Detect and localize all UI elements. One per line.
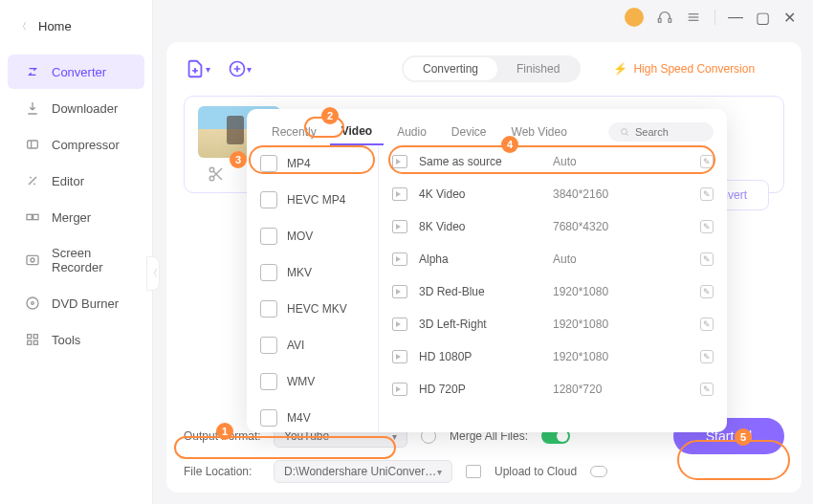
svg-rect-12 — [28, 335, 32, 339]
edit-icon[interactable]: ✎ — [700, 220, 714, 233]
svg-point-10 — [27, 297, 38, 309]
hamburger-icon[interactable] — [686, 10, 701, 25]
open-folder-icon[interactable] — [466, 465, 481, 478]
sidebar-collapse[interactable]: 〈 — [146, 256, 160, 291]
svg-rect-6 — [27, 214, 32, 219]
popup-search[interactable] — [608, 122, 714, 142]
dvd-icon — [25, 296, 40, 311]
high-speed-badge[interactable]: ⚡ High Speed Conversion — [613, 62, 755, 76]
edit-icon[interactable]: ✎ — [700, 318, 714, 331]
chevron-left-icon: 〈 — [17, 20, 27, 33]
format-popup: Recently Video Audio Device Web Video MP… — [247, 109, 727, 432]
headset-icon[interactable] — [657, 10, 672, 25]
file-location-select[interactable]: D:\Wondershare UniConverter 1▾ — [274, 460, 452, 483]
format-wmv[interactable]: WMV — [247, 363, 378, 400]
edit-icon[interactable]: ✎ — [700, 350, 714, 363]
edit-icon[interactable]: ✎ — [700, 383, 714, 396]
avatar[interactable] — [625, 8, 644, 27]
sidebar-item-tools[interactable]: Tools — [8, 322, 144, 357]
edit-icon[interactable]: ✎ — [700, 285, 714, 298]
add-folder-button[interactable]: ▾ — [226, 55, 253, 82]
callout-2: 2 — [321, 107, 339, 124]
tools-icon — [25, 332, 40, 347]
svg-rect-7 — [33, 214, 38, 219]
recorder-icon — [25, 252, 40, 268]
svg-rect-15 — [33, 340, 37, 344]
callout-1: 1 — [216, 423, 233, 440]
popup-tab-device[interactable]: Device — [440, 120, 498, 144]
svg-point-19 — [622, 129, 627, 135]
add-file-button[interactable]: ▾ — [184, 55, 210, 82]
sidebar-item-downloader[interactable]: Downloader — [8, 91, 144, 125]
sidebar-item-dvd-burner[interactable]: DVD Burner — [8, 286, 144, 320]
bolt-icon: ⚡ — [613, 62, 627, 76]
res-3d-left-right[interactable]: 3D Left-Right1920*1080✎ — [379, 308, 727, 340]
trim-icon[interactable] — [208, 165, 225, 183]
format-hevc-mkv[interactable]: HEVC MKV — [247, 291, 378, 327]
format-avi[interactable]: AVI — [247, 327, 378, 363]
svg-rect-5 — [28, 141, 38, 148]
edit-icon[interactable]: ✎ — [700, 187, 714, 201]
res-8k[interactable]: 8K Video7680*4320✎ — [379, 210, 727, 243]
edit-icon[interactable]: ✎ — [700, 252, 714, 266]
res-4k[interactable]: 4K Video3840*2160✎ — [379, 178, 727, 210]
format-hevc-mp4[interactable]: HEVC MP4 — [247, 182, 378, 218]
svg-point-9 — [31, 258, 34, 262]
compressor-icon — [25, 137, 40, 152]
callout-3: 3 — [230, 151, 247, 168]
sidebar-item-compressor[interactable]: Compressor — [8, 127, 144, 162]
search-icon — [620, 126, 629, 138]
minimize-button[interactable]: — — [729, 11, 742, 24]
format-mkv[interactable]: MKV — [247, 254, 378, 291]
popup-tab-audio[interactable]: Audio — [385, 120, 438, 144]
download-icon — [25, 100, 40, 116]
sidebar: 〈 Home Converter Downloader Compressor E… — [0, 0, 153, 504]
popup-tab-recently[interactable]: Recently — [260, 120, 328, 144]
svg-rect-13 — [33, 335, 37, 339]
format-mov[interactable]: MOV — [247, 218, 378, 254]
home-label: Home — [38, 19, 72, 33]
cloud-icon[interactable] — [590, 466, 607, 477]
edit-icon[interactable]: ✎ — [700, 155, 714, 168]
svg-rect-1 — [669, 18, 671, 22]
svg-rect-14 — [28, 340, 32, 344]
svg-rect-8 — [27, 255, 38, 264]
format-list: MP4 HEVC MP4 MOV MKV HEVC MKV AVI WMV M4… — [247, 145, 379, 432]
cloud-label: Upload to Cloud — [494, 465, 577, 478]
status-segment: Converting Finished — [402, 55, 581, 82]
sidebar-item-editor[interactable]: Editor — [8, 164, 144, 198]
res-hd-1080p[interactable]: HD 1080P1920*1080✎ — [379, 340, 727, 373]
svg-rect-0 — [658, 18, 661, 22]
popup-tab-video[interactable]: Video — [330, 119, 384, 145]
callout-5: 5 — [735, 428, 752, 446]
res-alpha[interactable]: AlphaAuto✎ — [379, 243, 727, 275]
res-hd-720p[interactable]: HD 720P1280*720✎ — [379, 373, 727, 405]
callout-4: 4 — [501, 136, 518, 153]
close-button[interactable]: ✕ — [782, 11, 796, 24]
format-m4v[interactable]: M4V — [247, 400, 378, 432]
search-input[interactable] — [635, 126, 702, 138]
editor-icon — [25, 173, 40, 188]
tab-converting[interactable]: Converting — [404, 57, 497, 80]
format-mp4[interactable]: MP4 — [247, 145, 378, 182]
maximize-button[interactable]: ▢ — [756, 11, 769, 24]
resolution-list: Same as sourceAuto✎ 4K Video3840*2160✎ 8… — [379, 145, 727, 432]
sidebar-home[interactable]: 〈 Home — [0, 10, 152, 43]
tab-finished[interactable]: Finished — [497, 57, 579, 80]
svg-point-11 — [32, 302, 34, 305]
sidebar-item-converter[interactable]: Converter — [8, 55, 144, 89]
merger-icon — [25, 209, 40, 225]
converter-icon — [25, 64, 40, 79]
sidebar-item-screen-recorder[interactable]: Screen Recorder — [8, 236, 144, 284]
res-3d-red-blue[interactable]: 3D Red-Blue1920*1080✎ — [379, 275, 727, 308]
file-location-label: File Location: — [184, 465, 266, 478]
res-same-as-source[interactable]: Same as sourceAuto✎ — [379, 145, 727, 178]
sidebar-item-merger[interactable]: Merger — [8, 200, 144, 234]
